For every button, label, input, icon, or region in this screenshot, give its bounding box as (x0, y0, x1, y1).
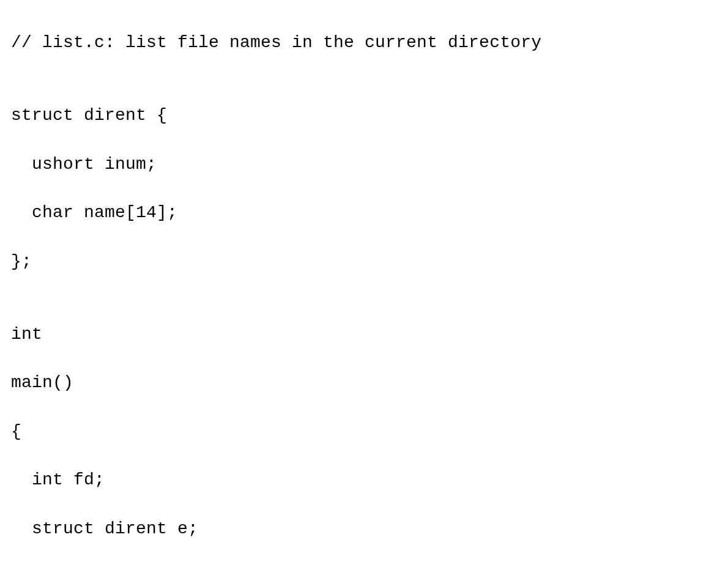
code-line: ushort inum; (11, 152, 717, 177)
code-line: }; (11, 250, 717, 274)
code-line: int fd; (11, 468, 717, 492)
code-line: // list.c: list file names in the curren… (11, 31, 717, 55)
code-line: char name[14]; (11, 201, 717, 225)
code-line: main() (11, 371, 717, 395)
code-block: // list.c: list file names in the curren… (0, 0, 728, 570)
code-line: struct dirent { (11, 103, 717, 128)
code-line: { (11, 420, 717, 444)
code-line: struct dirent e; (11, 517, 717, 541)
code-line: int (11, 322, 717, 347)
